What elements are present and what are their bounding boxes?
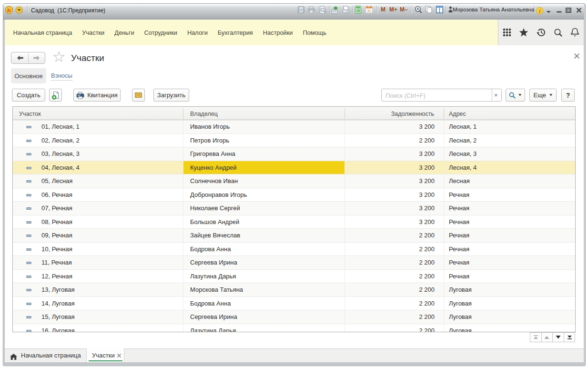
svg-text:31: 31 bbox=[367, 9, 371, 13]
svg-text:1с: 1с bbox=[7, 8, 11, 13]
